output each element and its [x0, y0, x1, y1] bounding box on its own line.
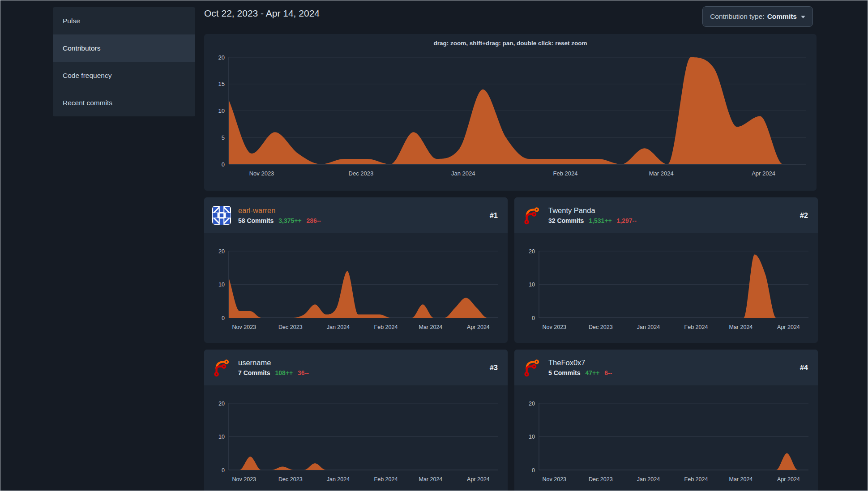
sidebar-item-pulse[interactable]: Pulse	[53, 7, 195, 34]
rank-badge: #1	[490, 211, 498, 220]
forgejo-logo-avatar[interactable]	[522, 206, 541, 225]
contributor-stats: 5 Commits 47++ 6--	[548, 369, 800, 376]
deletions-count: 1,297--	[617, 217, 637, 224]
svg-text:Mar 2024: Mar 2024	[649, 170, 674, 177]
contributor-card-header: username 7 Commits 108++ 36-- #3	[204, 350, 508, 385]
svg-text:Mar 2024: Mar 2024	[729, 324, 753, 330]
svg-text:Nov 2023: Nov 2023	[543, 324, 567, 330]
rank-badge: #4	[800, 363, 808, 372]
svg-text:Dec 2023: Dec 2023	[589, 324, 613, 330]
svg-text:Mar 2024: Mar 2024	[419, 476, 442, 482]
contributor-stats: 7 Commits 108++ 36--	[238, 369, 490, 376]
contributor-name-link[interactable]: earl-warren	[238, 206, 275, 215]
contributor-card-3: username 7 Commits 108++ 36-- #3 01020No…	[204, 350, 508, 491]
contributor-stats: 58 Commits 3,375++ 286--	[238, 217, 490, 224]
contributor-identity: username 7 Commits 108++ 36--	[238, 359, 490, 376]
svg-text:Apr 2024: Apr 2024	[467, 324, 490, 330]
svg-text:Nov 2023: Nov 2023	[232, 324, 257, 330]
svg-text:Feb 2024: Feb 2024	[684, 476, 708, 482]
forgejo-logo-avatar[interactable]	[212, 358, 231, 377]
contributor-card-2: Twenty Panda 32 Commits 1,531++ 1,297-- …	[514, 197, 818, 343]
svg-text:Jan 2024: Jan 2024	[451, 170, 475, 177]
svg-text:10: 10	[218, 434, 225, 440]
sidebar-item-contributors[interactable]: Contributors	[53, 34, 195, 62]
contributor-name-link[interactable]: Twenty Panda	[548, 206, 595, 215]
svg-text:10: 10	[529, 434, 535, 440]
svg-text:Feb 2024: Feb 2024	[374, 476, 398, 482]
svg-text:20: 20	[529, 248, 535, 255]
svg-text:5: 5	[222, 134, 225, 141]
deletions-count: 36--	[298, 369, 309, 376]
svg-text:10: 10	[218, 107, 225, 114]
contributor-chart[interactable]: 01020Nov 2023Dec 2023Jan 2024Feb 2024Mar…	[514, 233, 818, 343]
svg-text:Dec 2023: Dec 2023	[278, 476, 303, 482]
svg-text:Nov 2023: Nov 2023	[249, 170, 274, 177]
contributor-name-link[interactable]: username	[238, 359, 271, 367]
sidebar-item-code-frequency[interactable]: Code frequency	[53, 62, 195, 89]
svg-text:Jan 2024: Jan 2024	[637, 324, 660, 330]
svg-text:20: 20	[218, 248, 225, 255]
additions-count: 108++	[275, 369, 293, 376]
svg-text:Dec 2023: Dec 2023	[589, 476, 613, 482]
contributor-card-1: earl-warren 58 Commits 3,375++ 286-- #1 …	[204, 197, 508, 343]
commit-count: 58 Commits	[238, 217, 274, 224]
svg-text:15: 15	[218, 81, 225, 87]
contributor-chart[interactable]: 01020Nov 2023Dec 2023Jan 2024Feb 2024Mar…	[204, 233, 508, 343]
svg-text:Jan 2024: Jan 2024	[327, 324, 350, 330]
contributor-identity: earl-warren 58 Commits 3,375++ 286--	[238, 206, 490, 224]
svg-text:Apr 2024: Apr 2024	[777, 476, 800, 482]
contribution-type-label: Contribution type:	[710, 13, 765, 21]
svg-text:Nov 2023: Nov 2023	[232, 476, 257, 482]
contributor-stats: 32 Commits 1,531++ 1,297--	[548, 217, 800, 224]
contributor-card-4: TheFox0x7 5 Commits 47++ 6-- #4 01020Nov…	[514, 350, 818, 491]
svg-text:Apr 2024: Apr 2024	[777, 324, 800, 330]
rank-badge: #2	[800, 211, 808, 220]
commit-count: 7 Commits	[238, 369, 270, 376]
sidebar-item-recent-commits[interactable]: Recent commits	[53, 89, 195, 116]
svg-text:Feb 2024: Feb 2024	[553, 170, 578, 177]
date-range-title: Oct 22, 2023 - Apr 14, 2024	[204, 8, 320, 19]
forgejo-logo-avatar[interactable]	[522, 358, 541, 377]
svg-text:Nov 2023: Nov 2023	[543, 476, 567, 482]
svg-text:0: 0	[532, 315, 535, 321]
additions-count: 1,531++	[589, 217, 611, 224]
contributors-page: Pulse Contributors Code frequency Recent…	[0, 0, 868, 491]
contributor-chart[interactable]: 01020Nov 2023Dec 2023Jan 2024Feb 2024Mar…	[204, 385, 508, 491]
contributor-identity: Twenty Panda 32 Commits 1,531++ 1,297--	[548, 206, 800, 224]
commit-count: 32 Commits	[548, 217, 584, 224]
additions-count: 3,375++	[278, 217, 301, 224]
svg-text:10: 10	[529, 282, 535, 288]
contributor-cards-grid: earl-warren 58 Commits 3,375++ 286-- #1 …	[204, 197, 818, 491]
svg-text:Dec 2023: Dec 2023	[278, 324, 303, 330]
contribution-type-dropdown[interactable]: Contribution type: Commits	[702, 6, 813, 27]
caret-down-icon	[801, 16, 805, 18]
svg-text:0: 0	[222, 161, 225, 168]
repo-activity-sidebar: Pulse Contributors Code frequency Recent…	[53, 7, 195, 116]
contribution-type-value: Commits	[767, 13, 797, 21]
svg-text:Apr 2024: Apr 2024	[752, 170, 775, 177]
main-activity-panel: drag: zoom, shift+drag: pan, double clic…	[204, 34, 817, 191]
main-activity-chart[interactable]: 05101520Nov 2023Dec 2023Jan 2024Feb 2024…	[204, 34, 817, 192]
deletions-count: 6--	[604, 369, 612, 376]
svg-text:Dec 2023: Dec 2023	[349, 170, 374, 177]
additions-count: 47++	[585, 369, 599, 376]
svg-text:Jan 2024: Jan 2024	[637, 476, 660, 482]
identicon-avatar[interactable]	[212, 206, 231, 225]
svg-text:0: 0	[222, 315, 225, 321]
contributor-identity: TheFox0x7 5 Commits 47++ 6--	[548, 359, 800, 376]
svg-text:0: 0	[222, 467, 225, 474]
svg-text:Feb 2024: Feb 2024	[684, 324, 708, 330]
contributor-card-header: earl-warren 58 Commits 3,375++ 286-- #1	[204, 197, 508, 233]
svg-text:Mar 2024: Mar 2024	[419, 324, 442, 330]
svg-text:20: 20	[218, 54, 225, 61]
svg-text:10: 10	[218, 282, 225, 288]
contributor-chart[interactable]: 01020Nov 2023Dec 2023Jan 2024Feb 2024Mar…	[514, 385, 818, 491]
contributor-name-link[interactable]: TheFox0x7	[548, 359, 586, 367]
svg-text:Jan 2024: Jan 2024	[327, 476, 350, 482]
svg-text:Apr 2024: Apr 2024	[467, 476, 490, 482]
commit-count: 5 Commits	[548, 369, 581, 376]
contributor-card-header: TheFox0x7 5 Commits 47++ 6-- #4	[514, 350, 818, 385]
contributor-card-header: Twenty Panda 32 Commits 1,531++ 1,297-- …	[514, 197, 818, 233]
svg-text:0: 0	[532, 467, 535, 474]
rank-badge: #3	[490, 363, 498, 372]
